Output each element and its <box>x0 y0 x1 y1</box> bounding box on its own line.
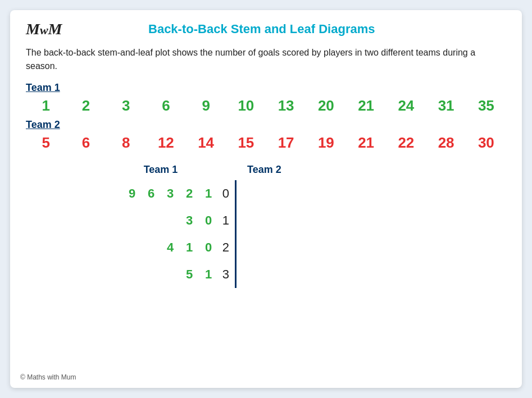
team1-number: 9 <box>186 97 226 115</box>
team2-number: 28 <box>426 134 466 152</box>
page-title: Back-to-Back Stem and Leaf Diagrams <box>62 22 462 36</box>
leaf-left: 3 <box>181 213 198 228</box>
diagram-row: 301 <box>104 207 320 234</box>
diagram-row: 513 <box>104 261 320 288</box>
leaf-left: 6 <box>143 186 160 201</box>
diagram-table: 9632103014102513 <box>104 180 320 288</box>
team2-number: 17 <box>266 134 306 152</box>
diagram-team2-header: Team 2 <box>242 164 309 176</box>
team1-number: 1 <box>26 97 66 115</box>
team1-number: 10 <box>226 97 266 115</box>
team2-number: 8 <box>106 134 146 152</box>
team2-number: 6 <box>66 134 106 152</box>
team1-number: 13 <box>266 97 306 115</box>
description: The back-to-back stem-and-leaf plot show… <box>26 46 506 73</box>
vertical-line <box>235 207 237 234</box>
team1-label: Team 1 <box>26 82 506 94</box>
team1-number: 3 <box>106 97 146 115</box>
stem-value: 3 <box>217 267 229 282</box>
team1-number: 35 <box>466 97 506 115</box>
header-row: MwM Back-to-Back Stem and Leaf Diagrams <box>26 20 506 38</box>
team1-number: 31 <box>426 97 466 115</box>
leaf-left: 3 <box>162 186 179 201</box>
leaves-left: 96321 <box>104 186 217 201</box>
leaves-left: 410 <box>104 240 217 255</box>
leaf-left: 5 <box>181 267 198 282</box>
leaf-left: 1 <box>200 267 217 282</box>
diagram-row: 4102 <box>104 234 320 261</box>
diagram-team1-header: Team 1 <box>104 164 217 176</box>
team2-number: 22 <box>386 134 426 152</box>
team1-number: 24 <box>386 97 426 115</box>
diagram-row: 963210 <box>104 180 320 207</box>
stem-divider: 1 <box>217 207 242 234</box>
stem-divider: 3 <box>217 261 242 288</box>
stem-divider: 2 <box>217 234 242 261</box>
team2-number: 19 <box>306 134 346 152</box>
leaf-left: 0 <box>200 213 217 228</box>
leaves-left: 30 <box>104 213 217 228</box>
leaf-left: 1 <box>200 186 217 201</box>
team1-number: 21 <box>346 97 386 115</box>
vertical-line <box>235 261 237 288</box>
team1-numbers-row: 1236910132021243135 <box>26 97 506 115</box>
team2-number: 12 <box>146 134 186 152</box>
team2-number: 14 <box>186 134 226 152</box>
leaf-left: 1 <box>181 240 198 255</box>
leaves-left: 51 <box>104 267 217 282</box>
team1-number: 20 <box>306 97 346 115</box>
team1-number: 6 <box>146 97 186 115</box>
stem-value: 0 <box>217 186 229 201</box>
leaf-left: 0 <box>200 240 217 255</box>
team2-number: 30 <box>466 134 506 152</box>
stem-divider: 0 <box>217 180 242 207</box>
diagram-header: Team 1 Team 2 <box>104 164 309 176</box>
vertical-line <box>235 234 237 261</box>
stem-value: 1 <box>217 213 229 228</box>
stem-value: 2 <box>217 240 229 255</box>
leaf-left: 4 <box>162 240 179 255</box>
main-card: MwM Back-to-Back Stem and Leaf Diagrams … <box>10 10 522 388</box>
leaf-left: 9 <box>124 186 140 201</box>
team1-number: 2 <box>66 97 106 115</box>
leaf-left: 2 <box>181 186 198 201</box>
logo: MwM <box>26 20 62 38</box>
team2-number: 5 <box>26 134 66 152</box>
diagram-section: Team 1 Team 2 9632103014102513 <box>26 164 506 288</box>
team2-label: Team 2 <box>26 119 506 131</box>
vertical-line <box>235 180 237 207</box>
team2-number: 15 <box>226 134 266 152</box>
footer: © Maths with Mum <box>20 373 76 381</box>
team2-numbers-row: 568121415171921222830 <box>26 134 506 152</box>
team2-number: 21 <box>346 134 386 152</box>
